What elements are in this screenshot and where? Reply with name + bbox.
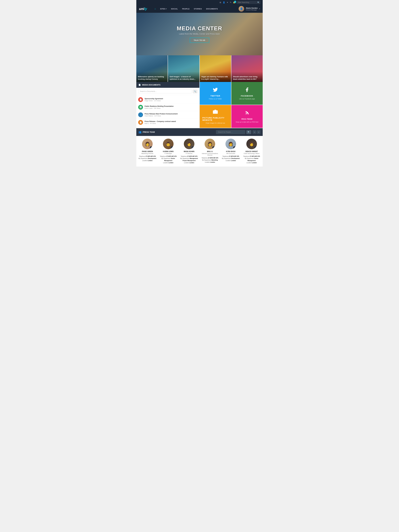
team-member-4: 👩 ··· KYRA BASU HR Executive Telephone 2…	[221, 139, 241, 164]
top-search-input[interactable]	[237, 1, 260, 4]
news-title-3: Vegan ad claiming 'humane milk is a myth…	[201, 76, 229, 80]
doc-search-button[interactable]: 🔍	[193, 89, 197, 93]
nav-user-area: 👤 Alexis Gordon Intranet Manager ▾	[239, 6, 260, 12]
search-icon: 🔍	[257, 1, 260, 3]
member-menu-3[interactable]: ···	[212, 146, 215, 149]
team-member-3: 👩 ··· MALI LI Internal Communicaitons Di…	[200, 139, 220, 164]
doc-name-4: Press Release - Company contract award	[145, 120, 197, 122]
social-twitter-card[interactable]: TWITTER Follow us on Twitter	[200, 82, 231, 105]
member-menu-5[interactable]: ···	[254, 146, 257, 149]
nav-item-people[interactable]: PEOPLE	[180, 5, 192, 13]
member-menu-4[interactable]: ···	[233, 146, 236, 149]
media-docs-panel: 📄 MEDIA DOCUMENTS 🔍 📄 Sponsorship Agreem…	[136, 82, 199, 128]
doc-item-2[interactable]: 📊 Public Relations Briefing Presentation…	[136, 103, 199, 111]
doc-item-1[interactable]: 📄 Sponsorship Agreement Paige Green · 17…	[136, 96, 199, 103]
docs-icon: 📄	[139, 84, 141, 86]
avatar[interactable]: 👤	[239, 6, 244, 12]
news-grid: Billionaires aplenty are backing truckin…	[136, 55, 263, 82]
user-icon[interactable]: 👤	[223, 1, 225, 3]
member-detail-4: Telephone 27-0876-987-876 My Department …	[222, 155, 240, 162]
logo[interactable]: unily	[139, 7, 147, 11]
member-avatar-5: 👩 ···	[246, 139, 257, 149]
social-picture-card[interactable]: PICTURE PUBLICITY WEBSITE Origin images …	[200, 105, 231, 128]
doc-item-4[interactable]: 📄 Press Release - Company contract award…	[136, 119, 199, 126]
people-search-button[interactable]: 🔍	[246, 130, 251, 134]
nav-item-sites[interactable]: SITES ▾	[158, 5, 169, 13]
edit-icon[interactable]: ✎	[230, 1, 231, 3]
hero-cta-button[interactable]: TALK TO US	[190, 38, 209, 43]
people-search-input[interactable]	[216, 130, 245, 134]
member-tel-3: 27-0876-987-876	[208, 157, 218, 159]
news-card-2[interactable]: Gett Images - a beacon of optimism in an…	[168, 55, 199, 82]
twitter-title: TWITTER	[210, 95, 220, 97]
news-title-4: Should advertisers ever bring dead celeb…	[233, 76, 261, 80]
facebook-sub: Like our Facebook page	[239, 98, 255, 100]
grid-icon[interactable]: ⊞	[220, 1, 221, 3]
people-icon: 👥	[139, 131, 141, 133]
rss-sub: Keep up to date with our RSS feed	[236, 121, 258, 123]
team-grid: 👩 ··· PAIGE GREEN Marketing Director Tel…	[136, 136, 263, 166]
member-dept-5: Senior Management	[247, 158, 258, 161]
avatar-image: 👤	[239, 6, 244, 12]
news-overlay-3: Vegan ad claiming 'humane milk is a myth…	[200, 72, 231, 82]
nav-links: ⌂ SITES ▾ SOCIAL PEOPLE STORIES DOCUMENT…	[152, 5, 239, 13]
doc-meta-3: Imani Adams · 114 Views	[145, 115, 197, 117]
team-next-button[interactable]: ›	[257, 130, 260, 134]
doc-icon-2: 📊	[138, 105, 143, 110]
member-menu-0[interactable]: ···	[150, 146, 152, 149]
facebook-title: FACEBOOK	[241, 95, 253, 97]
nav-item-home[interactable]: ⌂	[152, 5, 158, 13]
member-name-4: KYRA BASU	[222, 151, 240, 152]
member-dept-2: Management Project Management	[183, 158, 198, 161]
team-prev-button[interactable]: ‹	[253, 130, 256, 134]
member-detail-3: Telephone 27-0876-987-876 My Department …	[201, 157, 219, 163]
press-team-header: 👥 PRESS TEAM 🔍 ‹ ›	[136, 128, 263, 136]
nav-label-social: SOCIAL	[171, 8, 178, 10]
press-team-title: PRESS TEAM	[143, 131, 215, 133]
doc-info-1: Sponsorship Agreement Paige Green · 172 …	[145, 98, 197, 101]
user-role: Intranet Manager	[246, 9, 258, 11]
news-card-1[interactable]: Billionaires aplenty are backing truckin…	[136, 55, 168, 82]
social-rss-card[interactable]: RSS FEED Keep up to date with our RSS fe…	[231, 105, 263, 128]
hero-banner: MEDIA CENTER Latest from the Media, Cent…	[136, 13, 263, 55]
team-member-1: 👨 ··· KARIM LEWIS IT Manager Telephone 2…	[158, 139, 178, 164]
member-role-3: Internal Communicaitons Director	[201, 153, 219, 156]
member-detail-1: Telephone 27-0876-987-876 My Department …	[159, 155, 177, 164]
user-dropdown-icon[interactable]: ▾	[259, 8, 260, 10]
nav-label-sites: SITES	[160, 8, 165, 10]
news-card-4[interactable]: Should advertisers ever bring dead celeb…	[231, 55, 263, 82]
member-loc-3: London	[210, 161, 215, 163]
nav-item-social[interactable]: SOCIAL	[169, 5, 180, 13]
doc-meta-1: Paige Green · 172 Views	[145, 100, 197, 101]
nav-item-documents[interactable]: DOCUMENTS	[204, 5, 220, 13]
hero-content: MEDIA CENTER Latest from the Media, Cent…	[177, 25, 222, 43]
news-overlay-2: Gett Images - a beacon of optimism in an…	[168, 72, 199, 82]
social-facebook-card[interactable]: FACEBOOK Like our Facebook page	[231, 82, 263, 105]
doc-item-3[interactable]: 📘 Press Release New Product Announcement…	[136, 111, 199, 119]
chevron-down-icon: ▾	[166, 8, 167, 10]
nav-label-stories: STORIES	[194, 8, 202, 10]
member-detail-0: Telephone 27-0876-987-876 My Department …	[138, 155, 157, 162]
notification-bell[interactable]: 🔔 8	[233, 1, 235, 3]
member-dept-4: Development	[231, 158, 240, 159]
member-loc-2: London	[189, 162, 194, 164]
doc-meta-2: Karim Lewis · 156 Views	[145, 108, 197, 109]
doc-info-3: Press Release New Product Announcement I…	[145, 113, 197, 117]
doc-search-area: 🔍	[136, 88, 199, 95]
member-loc-5: London	[252, 162, 257, 164]
nav-item-stories[interactable]: STORIES	[192, 5, 204, 13]
news-card-3[interactable]: Vegan ad claiming 'humane milk is a myth…	[200, 55, 231, 82]
people-search-wrap: 🔍	[216, 130, 251, 134]
doc-search-input[interactable]	[138, 89, 192, 93]
news-title-1: Billionaires aplenty are backing truckin…	[138, 76, 166, 80]
rss-title: RSS FEED	[241, 118, 253, 120]
member-menu-1[interactable]: ···	[171, 146, 173, 149]
member-menu-2[interactable]: ···	[191, 146, 194, 149]
member-name-2: IMANI ADAMS	[180, 151, 198, 152]
member-role-5: Chief Technology Officer	[242, 153, 261, 154]
media-docs-header: 📄 MEDIA DOCUMENTS	[136, 82, 199, 88]
doc-name-3: Press Release New Product Announcement	[145, 113, 197, 115]
social-grid: TWITTER Follow us on Twitter FACEBOOK Li…	[200, 82, 263, 128]
star-icon[interactable]: ✦	[227, 1, 228, 3]
member-avatar-4: 👩 ···	[225, 139, 236, 149]
